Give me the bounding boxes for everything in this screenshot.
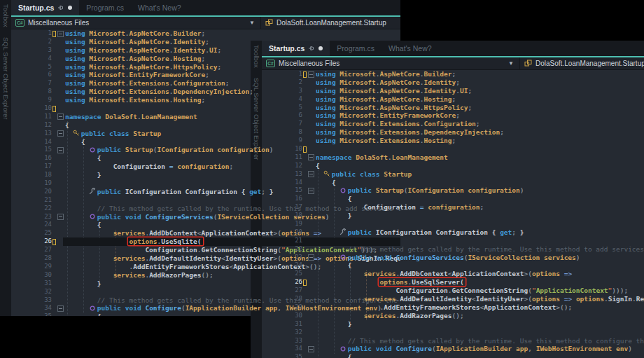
line-number: 7 (262, 120, 302, 128)
code-line: 24 { (262, 261, 644, 270)
member-dropdown-label: DolaSoft.LoanManagement.Startup (276, 19, 386, 27)
line-number: 23 (262, 254, 302, 262)
fold-toggle[interactable] (57, 147, 64, 153)
code-line: 18 } (262, 212, 644, 220)
code-line: 4using Microsoft.AspNetCore.Hosting; (262, 95, 644, 104)
change-bracket-marker (303, 71, 307, 78)
line-number: 17 (262, 203, 302, 212)
line-number: 32 (11, 288, 52, 296)
code-line: 1using Microsoft.AspNetCore.Builder; (262, 70, 644, 78)
code-line: 1using Microsoft.AspNetCore.Builder; (11, 29, 400, 38)
code-line: 35 { (262, 353, 644, 358)
chevron-down-icon: ▼ (508, 60, 515, 67)
project-dropdown-label: Miscellaneous Files (28, 19, 246, 27)
type-member-icon (524, 60, 532, 68)
method-badge-icon (340, 345, 347, 352)
tab-label: Startup.cs (18, 4, 54, 12)
line-number: 15 (262, 186, 302, 195)
line-number: 12 (262, 162, 302, 170)
change-bracket-marker (52, 239, 56, 245)
project-dropdown[interactable]: C# Miscellaneous Files ▼ (11, 17, 260, 29)
line-number: 9 (262, 137, 302, 145)
code-line: 4using Microsoft.AspNetCore.Hosting; (11, 55, 400, 63)
code-line: 28 services.AddDefaultIdentity<IdentityU… (262, 295, 644, 303)
code-line: 3using Microsoft.AspNetCore.Identity.UI; (262, 87, 644, 95)
line-number: 5 (262, 104, 302, 112)
line-number: 34 (11, 304, 52, 312)
code-line: 14 { (262, 179, 644, 187)
tab-whats-new[interactable]: What's New? (131, 0, 188, 15)
line-number: 12 (11, 121, 52, 130)
code-line: 19 (262, 220, 644, 228)
line-number: 31 (11, 280, 52, 288)
line-number: 20 (11, 188, 52, 196)
line-number: 10 (11, 104, 52, 113)
line-number: 22 (262, 245, 302, 254)
line-number: 33 (262, 337, 302, 345)
line-number: 30 (262, 312, 302, 320)
code-line: 25 services.AddDbContext<ApplicationCont… (262, 270, 644, 278)
line-number: 26 (262, 278, 302, 287)
line-number: 19 (11, 179, 52, 188)
member-dropdown-label: DolaSoft.LoanManagement.Startup (536, 60, 644, 67)
method-badge-icon (340, 187, 347, 194)
sql-server-object-explorer-tab[interactable]: SQL Server Object Explorer (2, 37, 10, 119)
line-number: 19 (262, 220, 302, 228)
tab-program-cs[interactable]: Program.cs (79, 0, 131, 15)
code-line: 7using Microsoft.Extensions.Configuratio… (262, 120, 644, 128)
line-number: 30 (11, 271, 52, 280)
tab-label: What's New? (138, 4, 181, 12)
fold-toggle[interactable] (57, 130, 64, 137)
code-line: 8using Microsoft.Extensions.DependencyIn… (262, 128, 644, 137)
line-number: 27 (11, 246, 52, 254)
line-number: 3 (11, 46, 52, 55)
code-line: 5using Microsoft.AspNetCore.HttpsPolicy; (262, 104, 644, 112)
fold-toggle[interactable] (308, 171, 314, 177)
line-number: 3 (262, 87, 302, 95)
line-number: 8 (262, 128, 302, 137)
fold-toggle[interactable] (308, 71, 314, 78)
document-tab-bar: Startup.cs Program.cs What's New? (11, 0, 400, 15)
toolbox-tab[interactable]: Toolbox (2, 4, 10, 27)
change-bracket-marker (52, 106, 56, 112)
line-number: 25 (262, 270, 302, 278)
line-number: 31 (262, 320, 302, 329)
line-number: 4 (262, 95, 302, 104)
code-line: 23 public void ConfigureServices(IServic… (262, 254, 644, 262)
method-badge-icon (89, 213, 97, 220)
vs-window-right: Toolbox SQL Server Object Explorer Start… (251, 41, 644, 358)
highlight-box: options.UseSqlite( (128, 237, 203, 245)
line-number: 5 (11, 63, 52, 71)
fold-toggle[interactable] (308, 254, 314, 261)
line-number: 28 (11, 254, 52, 263)
code-line: 32 (262, 329, 644, 337)
tab-startup-cs[interactable]: Startup.cs (11, 0, 79, 15)
fold-toggle[interactable] (57, 305, 64, 312)
code-editor-right[interactable]: 1using Microsoft.AspNetCore.Builder;2usi… (262, 70, 644, 358)
fold-toggle[interactable] (57, 31, 64, 37)
fold-toggle[interactable] (308, 154, 314, 160)
property-wrench-icon (340, 228, 347, 235)
code-line: 21 (262, 237, 644, 245)
fold-toggle[interactable] (57, 113, 64, 120)
pin-icon[interactable] (57, 4, 64, 11)
fold-toggle[interactable] (308, 188, 314, 194)
navigation-bar: C# Miscellaneous Files ▼ DolaSoft.LoanMa… (11, 17, 400, 29)
code-line: 3using Microsoft.AspNetCore.Identity.UI; (11, 46, 400, 55)
line-number: 7 (11, 79, 52, 88)
code-line: 11namespace DolaSoft.LoanManagement (262, 153, 644, 162)
code-line: 10 (262, 145, 644, 153)
line-number: 24 (262, 261, 302, 270)
fold-toggle[interactable] (308, 346, 314, 352)
line-number: 16 (11, 154, 52, 163)
line-number: 10 (262, 145, 302, 153)
code-line: 17 Configuration = configuration; (262, 203, 644, 212)
line-number: 6 (11, 71, 52, 79)
line-number: 11 (262, 153, 302, 162)
member-dropdown[interactable]: DolaSoft.LoanManagement.Startup (260, 17, 400, 29)
line-number: 33 (11, 296, 52, 305)
fold-toggle[interactable] (57, 214, 64, 220)
unsaved-changes-dot (68, 6, 72, 10)
member-dropdown[interactable]: DolaSoft.LoanManagement.Startup (519, 57, 644, 69)
line-number: 18 (11, 171, 52, 179)
